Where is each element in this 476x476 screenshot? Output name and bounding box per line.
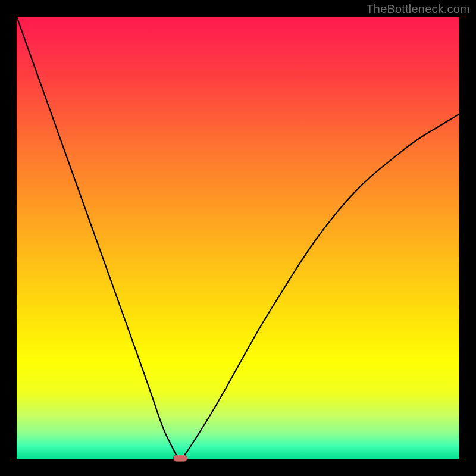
chart-frame: TheBottleneck.com — [0, 0, 476, 476]
curve-layer — [17, 17, 459, 459]
optimal-marker — [173, 455, 187, 462]
bottleneck-curve — [17, 17, 459, 458]
watermark-text: TheBottleneck.com — [366, 2, 470, 16]
